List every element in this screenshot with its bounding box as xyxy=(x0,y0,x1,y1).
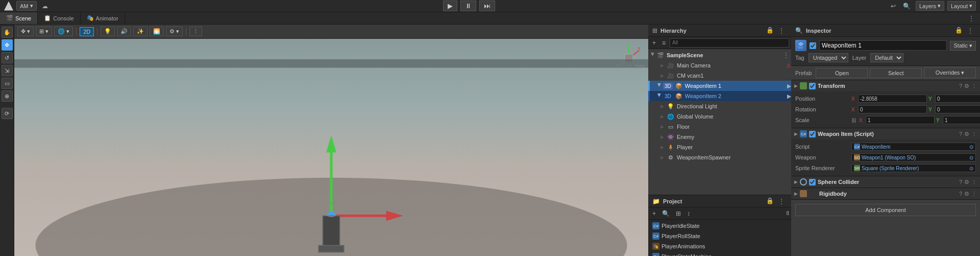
layout-dropdown[interactable]: Layout ▾ xyxy=(947,1,976,11)
weapon-ref-value[interactable]: SO Weapon1 (Weapon SO) ⊙ xyxy=(851,153,976,161)
scene-2d-btn[interactable]: 2D xyxy=(80,27,94,36)
prefab-open-btn[interactable]: Open xyxy=(816,68,868,78)
custom-tool-btn[interactable]: ⟳ xyxy=(2,108,13,119)
script-ref-value[interactable]: C# WeaponItem ⊙ xyxy=(851,143,976,151)
sphere-collider-header[interactable]: ▶ Sphere Collider ? ⚙ ⋮ xyxy=(791,176,980,188)
hierarchy-lock-icon[interactable]: 🔒 xyxy=(766,27,774,35)
scene-lighting-btn[interactable]: 💡 xyxy=(101,27,115,36)
pos-x-input[interactable] xyxy=(858,95,927,103)
scale-tool-btn[interactable]: ⇲ xyxy=(2,65,13,76)
tag-select[interactable]: Untagged xyxy=(808,53,848,62)
tab-bar-menu-icon[interactable]: ⋮ xyxy=(966,14,977,22)
scene-view[interactable]: ✥ ▾ ⊞ ▾ 🌐 ▾ 2D 💡 🔊 ✨ 🌅 ⚙ ▾ ⋮ xyxy=(14,25,648,256)
project-item-playeridlestate[interactable]: C# PlayerIdleState xyxy=(648,221,791,231)
rot-y-input[interactable] xyxy=(935,105,980,113)
prefab-select-btn[interactable]: Select xyxy=(870,68,922,78)
layer-select[interactable]: Default xyxy=(870,53,903,62)
transform-settings-icon[interactable]: ⚙ xyxy=(964,83,969,89)
hierarchy-item-enemy[interactable]: ▶ 👾 Enemy xyxy=(648,132,791,142)
transform-component-header[interactable]: ▶ Transform ? ⚙ ⋮ xyxy=(791,80,980,91)
hierarchy-item-globalvolume[interactable]: ▶ 🌐 Global Volume xyxy=(648,111,791,122)
proj-playerrollstate-label: PlayerRollState xyxy=(662,233,700,239)
scale-x-input[interactable] xyxy=(866,116,935,124)
search-icon-topbar[interactable]: 🔍 xyxy=(901,2,913,11)
cloud-icon[interactable]: ☁ xyxy=(40,2,50,11)
scene-pivot-dropdown[interactable]: ⊞ ▾ xyxy=(36,27,52,36)
scene-global-dropdown[interactable]: 🌐 ▾ xyxy=(54,27,73,36)
sphere-settings-icon[interactable]: ⚙ xyxy=(964,179,969,185)
project-list-btn[interactable]: ⊞ xyxy=(674,209,683,218)
prefab-overrides-btn[interactable]: Overrides ▾ xyxy=(924,67,976,78)
rot-x-label: X xyxy=(851,107,856,112)
scene-menu-icon[interactable]: ⋮ xyxy=(781,52,791,59)
hierarchy-item-floor[interactable]: ▶ ▭ Floor xyxy=(648,122,791,132)
wpnscript-settings-icon[interactable]: ⚙ xyxy=(964,131,969,137)
project-search-btn[interactable]: 🔍 xyxy=(660,209,672,218)
sphere-help-icon[interactable]: ? xyxy=(959,179,962,185)
hierarchy-item-samplescene[interactable]: ▶ 🎬 SampleScene ⋮ xyxy=(648,50,791,60)
inspector-menu-icon[interactable]: ⋮ xyxy=(965,27,976,35)
rot-x-input[interactable] xyxy=(858,105,927,113)
hierarchy-menu-icon[interactable]: ⋮ xyxy=(776,27,787,35)
scene-more-btn[interactable]: ⋮ xyxy=(189,27,202,36)
project-item-playeranimations[interactable]: 🎭 PlayerAnimations xyxy=(648,241,791,251)
object-name-input[interactable] xyxy=(819,40,947,51)
rotate-tool-btn[interactable]: ↺ xyxy=(2,52,13,63)
project-menu-icon[interactable]: ⋮ xyxy=(776,197,787,205)
sphere-menu-icon[interactable]: ⋮ xyxy=(971,179,977,185)
undo-icon[interactable]: ↩ xyxy=(889,2,898,11)
add-component-btn[interactable]: Add Component xyxy=(795,204,976,216)
transform-help-icon[interactable]: ? xyxy=(959,83,962,89)
hierarchy-item-main-camera[interactable]: ▶ 🎥 Main Camera ⚠ xyxy=(648,60,791,71)
inspector-lock-icon[interactable]: 🔒 xyxy=(955,27,963,35)
hierarchy-add-btn2[interactable]: ≡ xyxy=(660,38,668,48)
weapon-script-header[interactable]: ▶ C# Weapon Item (Script) ? ⚙ ⋮ xyxy=(791,128,980,139)
move-tool-btn[interactable]: ✥ xyxy=(2,39,13,51)
scene-skybox-btn[interactable]: 🌅 xyxy=(150,27,164,36)
transform-menu-icon[interactable]: ⋮ xyxy=(971,83,977,89)
hierarchy-item-spawner[interactable]: ▶ ⚙ WeaponItemSpawner xyxy=(648,152,791,162)
hierarchy-item-player[interactable]: ▶ 🧍 Player xyxy=(648,142,791,152)
rb-menu-icon[interactable]: ⋮ xyxy=(971,191,977,197)
rb-settings-icon[interactable]: ⚙ xyxy=(964,191,969,197)
hierarchy-item-weaponitem1[interactable]: ▶ 3D 📦 WeaponItem 1 ▶ xyxy=(648,81,791,91)
scene-fx-btn[interactable]: ✨ xyxy=(133,27,148,36)
pos-y-input[interactable] xyxy=(935,95,980,103)
project-item-playerrollstate[interactable]: C# PlayerRollState xyxy=(648,231,791,241)
hierarchy-search-input[interactable] xyxy=(670,38,789,48)
static-badge[interactable]: Static ▾ xyxy=(950,41,976,51)
scene-gizmos-dropdown[interactable]: ⚙ ▾ xyxy=(166,27,183,36)
hierarchy-add-btn[interactable]: + xyxy=(650,38,658,48)
project-add-btn[interactable]: + xyxy=(650,209,658,218)
scene-gizmo[interactable]: X Y Z Persp ← xyxy=(614,43,644,74)
tab-animator[interactable]: 🎭 Animator xyxy=(81,12,125,24)
hierarchy-item-weaponitem2[interactable]: ▶ 3D 📦 WeaponItem 2 ▶ xyxy=(648,91,791,101)
project-lock-icon[interactable]: 🔒 xyxy=(766,197,774,205)
wpnscript-menu-icon[interactable]: ⋮ xyxy=(971,131,977,137)
transform-tool-btn[interactable]: ⊕ xyxy=(2,90,13,102)
wpnscript-help-icon[interactable]: ? xyxy=(959,131,962,137)
weapon-script-enable-checkbox[interactable] xyxy=(809,131,816,137)
rigidbody-header[interactable]: ▶ Rigidbody ? ⚙ ⋮ xyxy=(791,188,980,199)
project-item-playerstatemachine[interactable]: C# PlayerStateMachine xyxy=(648,251,791,256)
scene-audio-btn[interactable]: 🔊 xyxy=(117,27,131,36)
pause-button[interactable]: ⏸ xyxy=(460,1,476,11)
transform-enable-checkbox[interactable] xyxy=(809,83,816,89)
tab-scene[interactable]: 🎬 Scene xyxy=(0,12,38,24)
play-button[interactable]: ▶ xyxy=(443,1,457,11)
hierarchy-item-cm-vcam1[interactable]: ▶ 🎥 CM vcam1 xyxy=(648,71,791,81)
scene-transform-dropdown[interactable]: ✥ ▾ xyxy=(17,27,34,36)
scale-y-input[interactable] xyxy=(943,116,980,124)
tab-console[interactable]: 📋 Console xyxy=(38,12,80,24)
sphere-collider-enable-checkbox[interactable] xyxy=(809,179,816,185)
rb-help-icon[interactable]: ? xyxy=(959,191,962,197)
hand-tool-btn[interactable]: ✋ xyxy=(2,27,13,38)
object-active-checkbox[interactable] xyxy=(810,42,816,49)
step-button[interactable]: ⏭ xyxy=(479,1,495,11)
hierarchy-item-dirlight[interactable]: ▶ 💡 Directional Light xyxy=(648,101,791,111)
account-dropdown[interactable]: AM ▾ xyxy=(16,1,37,11)
project-sort-btn[interactable]: ↕ xyxy=(685,209,692,218)
rect-tool-btn[interactable]: ▭ xyxy=(2,78,13,89)
sprite-renderer-ref[interactable]: SR Square (Sprite Renderer) ⊙ xyxy=(851,164,976,172)
layers-dropdown[interactable]: Layers ▾ xyxy=(916,1,944,11)
